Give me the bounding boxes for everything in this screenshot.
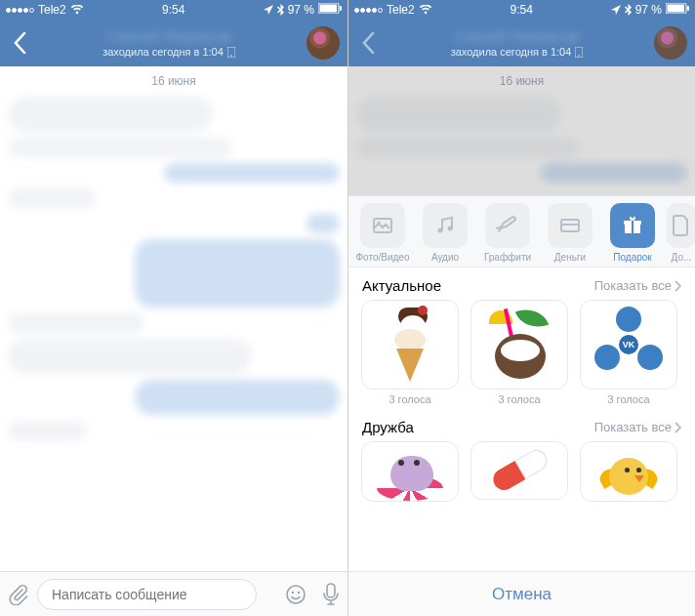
battery-icon bbox=[666, 3, 689, 17]
message-out: xxxx xxxx xxxx bbox=[541, 163, 687, 183]
date-separator: 16 июня bbox=[0, 66, 348, 94]
carrier-label: Tele2 bbox=[38, 3, 66, 17]
mic-icon[interactable] bbox=[322, 583, 340, 606]
svg-rect-13 bbox=[578, 56, 580, 57]
message-out[interactable]: xx bbox=[307, 214, 340, 233]
gifts-sheet[interactable]: Актуальное Показать все 3 голоса 3 голос… bbox=[348, 267, 695, 571]
svg-point-16 bbox=[438, 227, 443, 232]
chat-title[interactable]: Сергей Некрасов bbox=[37, 27, 301, 46]
back-icon[interactable] bbox=[356, 32, 380, 54]
photo-icon bbox=[360, 203, 405, 248]
message-in[interactable]: xxxx xxxx xxxx bbox=[8, 313, 144, 333]
chevron-right-icon bbox=[674, 280, 681, 292]
battery-icon bbox=[318, 3, 342, 17]
last-seen-label: заходила сегодня в 1:04 bbox=[102, 46, 224, 59]
gift-item-hippo[interactable] bbox=[360, 441, 460, 500]
svg-point-5 bbox=[287, 586, 305, 603]
gift-icon bbox=[610, 203, 655, 248]
attach-label: Граффити bbox=[484, 252, 531, 263]
message-in[interactable]: xxxx xxxx xxxx xxxx xxxx xxxx xxxx xxxx bbox=[8, 339, 252, 374]
svg-rect-10 bbox=[668, 5, 685, 13]
show-all-label: Показать все bbox=[594, 278, 672, 293]
chat-header: Сергей Некрасов заходила сегодня в 1:04 bbox=[348, 20, 695, 66]
back-icon[interactable] bbox=[8, 32, 31, 54]
message-input-wrap bbox=[37, 579, 314, 610]
gift-item-coconut[interactable]: 3 голоса bbox=[470, 300, 569, 405]
composer bbox=[0, 571, 348, 616]
card-icon bbox=[548, 203, 593, 248]
svg-rect-22 bbox=[632, 221, 634, 233]
attach-label: Подарок bbox=[613, 252, 651, 263]
attach-photo[interactable]: Фото/Видео bbox=[352, 203, 413, 263]
attach-label: Аудио bbox=[431, 252, 459, 263]
attach-gift[interactable]: Подарок bbox=[602, 203, 663, 263]
gift-item-spinner[interactable]: VK 3 голоса bbox=[579, 300, 678, 405]
mobile-icon bbox=[227, 47, 235, 58]
messages-scroll[interactable]: 16 июня xxxx xxxx xxxx xxxx xxxx xxxx xx… bbox=[0, 66, 348, 571]
brush-icon bbox=[485, 203, 530, 248]
music-icon bbox=[423, 203, 468, 248]
attach-doc[interactable]: До... bbox=[665, 203, 695, 263]
message-input[interactable] bbox=[37, 579, 257, 610]
svg-point-17 bbox=[448, 226, 453, 230]
battery-label: 97 % bbox=[635, 3, 662, 17]
message-in[interactable]: xxxx xxxx xxxx xxxx xxxx bbox=[8, 97, 213, 132]
carrier-label: Tele2 bbox=[387, 3, 415, 17]
location-icon bbox=[264, 5, 273, 15]
bluetooth-icon bbox=[277, 4, 284, 16]
document-icon bbox=[667, 203, 695, 248]
screenshot-chat: Tele2 9:54 97 % Сергей Некрасов заходила… bbox=[0, 0, 348, 616]
message-in: xxxx xxxx xxxx xxxx xxxx xxxx bbox=[356, 138, 581, 157]
show-all-link[interactable]: Показать все bbox=[594, 278, 681, 293]
section-title: Актуальное bbox=[362, 277, 441, 294]
gift-price: 3 голоса bbox=[607, 393, 649, 405]
svg-point-7 bbox=[298, 591, 300, 593]
mobile-icon bbox=[575, 47, 583, 58]
statusbar: Tele2 9:54 97 % bbox=[0, 0, 348, 20]
gift-item-chick[interactable] bbox=[579, 441, 678, 500]
gift-price: 3 голоса bbox=[498, 393, 540, 405]
section-title: Дружба bbox=[362, 419, 414, 435]
gift-item-pill[interactable] bbox=[470, 441, 569, 500]
attach-money[interactable]: Деньги bbox=[540, 203, 600, 263]
clock-label: 9:54 bbox=[162, 3, 184, 17]
svg-rect-4 bbox=[230, 56, 232, 57]
cancel-button[interactable]: Отмена bbox=[348, 571, 695, 616]
gift-item-icecream[interactable]: 3 голоса bbox=[360, 300, 460, 405]
message-out[interactable]: xxxx xxxx xxxx xxxx bbox=[164, 163, 340, 183]
message-in[interactable]: xxxxx bbox=[8, 421, 86, 440]
attachment-bar[interactable]: Фото/Видео Аудио Граффити Деньги Подарок… bbox=[348, 195, 695, 267]
statusbar: Tele2 9:54 97 % bbox=[348, 0, 695, 20]
svg-point-15 bbox=[378, 221, 381, 224]
avatar[interactable] bbox=[654, 26, 687, 60]
svg-rect-11 bbox=[687, 6, 689, 11]
attach-icon[interactable] bbox=[8, 584, 29, 605]
message-in[interactable]: xxxx xxxx xxxx xxxx xxxx xxxx bbox=[8, 138, 232, 157]
svg-rect-8 bbox=[327, 584, 335, 597]
chevron-right-icon bbox=[674, 422, 681, 433]
message-out[interactable]: xxxx xxxx xxxx xxxx xxxx xxxx xxxx xxxx … bbox=[135, 239, 340, 308]
message-in: xxxx xxxx xxxx xxxx xxxx bbox=[356, 97, 561, 132]
battery-label: 97 % bbox=[288, 3, 314, 17]
signal-dots-icon bbox=[354, 8, 383, 13]
bluetooth-icon bbox=[625, 4, 632, 16]
attach-audio[interactable]: Аудио bbox=[415, 203, 475, 263]
attach-label: До... bbox=[672, 252, 692, 263]
chat-header: Сергей Некрасов заходила сегодня в 1:04 bbox=[0, 20, 348, 66]
gift-price: 3 голоса bbox=[388, 393, 430, 405]
emoji-icon[interactable] bbox=[285, 584, 307, 605]
avatar[interactable] bbox=[307, 26, 340, 60]
date-separator: 16 июня bbox=[348, 66, 695, 94]
svg-rect-2 bbox=[340, 6, 342, 11]
message-in[interactable]: xxxxxx 😊 bbox=[8, 188, 96, 208]
message-out[interactable]: xxxx xxxx xxxx xxxx xxxx xxxx bbox=[135, 380, 340, 415]
wifi-icon bbox=[70, 5, 84, 15]
attach-label: Деньги bbox=[554, 252, 586, 263]
clock-label: 9:54 bbox=[510, 3, 532, 17]
chat-title[interactable]: Сергей Некрасов bbox=[386, 27, 648, 46]
attach-graffiti[interactable]: Граффити bbox=[477, 203, 538, 263]
messages-dimmed: 16 июня xxxx xxxx xxxx xxxx xxxx xxxx xx… bbox=[348, 66, 695, 195]
wifi-icon bbox=[419, 5, 432, 15]
show-all-link[interactable]: Показать все bbox=[594, 420, 681, 434]
svg-point-6 bbox=[292, 591, 294, 593]
